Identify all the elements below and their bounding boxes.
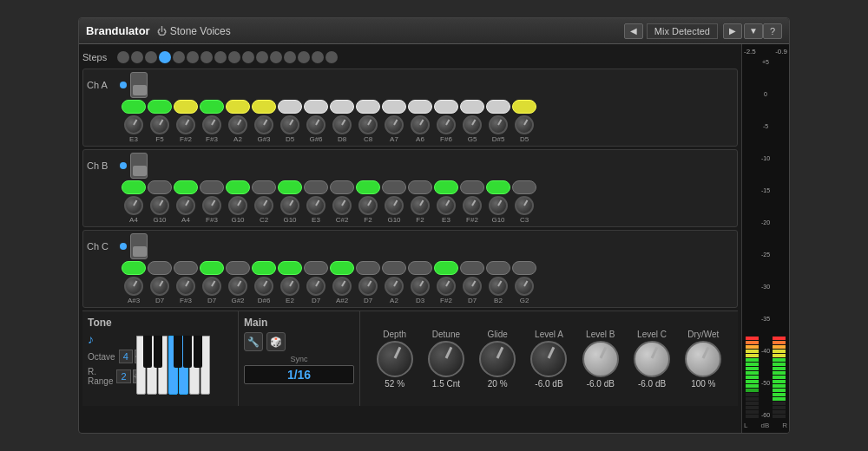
ch-b-led-7[interactable]	[278, 180, 302, 194]
ch-a-led-8[interactable]	[304, 100, 328, 114]
next-preset-button[interactable]: ▶	[723, 23, 742, 39]
ch-c-knob-dial-6[interactable]	[254, 277, 273, 296]
ch-c-led-5[interactable]	[226, 261, 250, 275]
power-icon[interactable]: ⏻	[157, 26, 167, 36]
ch-b-knob-dial-5[interactable]	[228, 196, 247, 215]
ch-a-switch[interactable]	[130, 72, 148, 98]
ch-a-led-7[interactable]	[278, 100, 302, 114]
ch-c-knob-dial-11[interactable]	[385, 277, 404, 296]
ch-c-led-9[interactable]	[330, 261, 354, 275]
step-16[interactable]	[326, 51, 338, 63]
step-14[interactable]	[298, 51, 310, 63]
ch-b-knob-dial-7[interactable]	[280, 196, 299, 215]
step-2[interactable]	[131, 51, 143, 63]
preset-menu-button[interactable]: ▼	[744, 23, 763, 39]
key-g-active[interactable]	[179, 336, 188, 395]
step-5[interactable]	[173, 51, 185, 63]
sync-display[interactable]: 1/16	[244, 365, 354, 384]
ch-b-knob-dial-14[interactable]	[463, 196, 482, 215]
ch-a-led-2[interactable]	[148, 100, 172, 114]
ch-b-led-4[interactable]	[200, 180, 224, 194]
step-9[interactable]	[228, 51, 240, 63]
ch-b-knob-dial-13[interactable]	[437, 196, 456, 215]
key-f-active[interactable]	[168, 336, 178, 395]
ch-b-led-10[interactable]	[356, 180, 380, 194]
help-button[interactable]: ?	[763, 23, 782, 39]
ch-a-knob-dial-12[interactable]	[411, 115, 430, 134]
ch-c-led-8[interactable]	[304, 261, 328, 275]
key-e[interactable]	[158, 336, 168, 395]
ch-a-led-6[interactable]	[252, 100, 276, 114]
ch-b-knob-dial-4[interactable]	[202, 196, 221, 215]
ch-c-knob-dial-3[interactable]	[176, 277, 195, 296]
ch-c-led-10[interactable]	[356, 261, 380, 275]
ch-b-knob-dial-9[interactable]	[332, 196, 352, 215]
ch-c-knob-dial-9[interactable]	[332, 277, 352, 296]
ch-c-knob-dial-1[interactable]	[124, 277, 143, 296]
glide-knob[interactable]	[479, 341, 516, 377]
ch-b-knob-dial-3[interactable]	[176, 196, 195, 215]
ch-a-knob-dial-8[interactable]	[306, 115, 326, 134]
ch-c-knob-dial-2[interactable]	[150, 277, 169, 296]
wrench-icon-button[interactable]: 🔧	[244, 332, 263, 351]
ch-c-led-13[interactable]	[434, 261, 458, 275]
dice-icon-button[interactable]: 🎲	[266, 332, 286, 351]
ch-b-knob-dial-11[interactable]	[385, 196, 404, 215]
ch-c-knob-dial-8[interactable]	[306, 277, 326, 296]
ch-c-led-3[interactable]	[174, 261, 198, 275]
level-b-knob[interactable]	[582, 341, 619, 377]
ch-a-knob-dial-11[interactable]	[385, 115, 404, 134]
mini-keyboard[interactable]	[136, 336, 210, 395]
ch-b-switch[interactable]	[130, 153, 148, 179]
ch-a-led-9[interactable]	[330, 100, 354, 114]
ch-c-knob-dial-5[interactable]	[228, 277, 247, 296]
ch-b-knob-dial-15[interactable]	[489, 196, 508, 215]
ch-a-led-3[interactable]	[174, 100, 198, 114]
detune-knob[interactable]	[428, 341, 464, 377]
ch-c-led-2[interactable]	[148, 261, 172, 275]
ch-b-led-2[interactable]	[148, 180, 172, 194]
level-a-knob[interactable]	[530, 341, 567, 377]
ch-a-knob-dial-16[interactable]	[515, 115, 534, 134]
step-3[interactable]	[145, 51, 157, 63]
prev-preset-button[interactable]: ◀	[624, 23, 643, 39]
ch-b-led-11[interactable]	[382, 180, 406, 194]
step-13[interactable]	[284, 51, 296, 63]
drywet-knob[interactable]	[685, 341, 721, 377]
ch-a-led-14[interactable]	[460, 100, 484, 114]
ch-a-knob-dial-7[interactable]	[280, 115, 299, 134]
ch-b-knob-dial-16[interactable]	[515, 196, 534, 215]
ch-a-knob-dial-10[interactable]	[358, 115, 378, 134]
key-d[interactable]	[147, 336, 156, 395]
ch-b-led-5[interactable]	[226, 180, 250, 194]
ch-c-led-4[interactable]	[200, 261, 224, 275]
ch-b-led-8[interactable]	[304, 180, 328, 194]
step-12[interactable]	[270, 51, 282, 63]
ch-a-knob-dial-5[interactable]	[228, 115, 247, 134]
ch-c-led-12[interactable]	[408, 261, 432, 275]
step-1[interactable]	[117, 51, 129, 63]
ch-a-knob-dial-4[interactable]	[202, 115, 221, 134]
ch-c-knob-dial-10[interactable]	[358, 277, 378, 296]
ch-a-led-10[interactable]	[356, 100, 380, 114]
ch-b-led-12[interactable]	[408, 180, 432, 194]
ch-c-knob-dial-12[interactable]	[411, 277, 430, 296]
ch-a-knob-dial-1[interactable]	[124, 115, 143, 134]
ch-a-knob-dial-3[interactable]	[176, 115, 195, 134]
ch-b-knob-dial-10[interactable]	[358, 196, 378, 215]
level-c-knob[interactable]	[634, 341, 670, 377]
ch-c-knob-dial-16[interactable]	[515, 277, 534, 296]
ch-c-led-1[interactable]	[122, 261, 146, 275]
ch-a-knob-dial-2[interactable]	[150, 115, 169, 134]
ch-c-knob-dial-13[interactable]	[437, 277, 456, 296]
ch-a-led-15[interactable]	[486, 100, 510, 114]
ch-b-led-16[interactable]	[512, 180, 536, 194]
ch-c-led-15[interactable]	[486, 261, 510, 275]
ch-b-led-13[interactable]	[434, 180, 458, 194]
key-a[interactable]	[189, 336, 199, 395]
step-8[interactable]	[214, 51, 227, 63]
step-15[interactable]	[312, 51, 324, 63]
ch-a-led-5[interactable]	[226, 100, 250, 114]
key-b[interactable]	[201, 336, 210, 395]
ch-b-knob-dial-1[interactable]	[124, 196, 143, 215]
